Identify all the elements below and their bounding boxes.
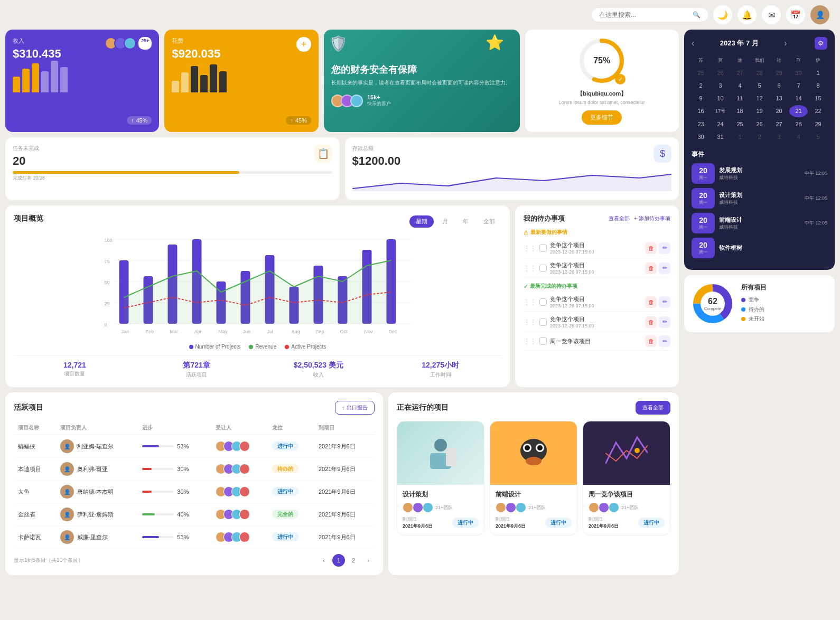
todo-delete-3[interactable]: 🗑 bbox=[645, 296, 657, 308]
mail-icon[interactable]: ✉ bbox=[762, 5, 781, 24]
cal-day-29[interactable]: 29 bbox=[809, 118, 827, 130]
tab-year[interactable]: 年 bbox=[456, 215, 475, 228]
cal-day-30[interactable]: 30 bbox=[692, 131, 710, 143]
prev-page-button[interactable]: ‹ bbox=[318, 554, 330, 567]
todo-action-btns-2: 🗑 ✏ bbox=[645, 262, 670, 274]
tab-all[interactable]: 全部 bbox=[477, 215, 501, 228]
chart-panel-header: 项目概览 星期 月 年 全部 bbox=[14, 214, 501, 229]
cal-day-10[interactable]: 10 bbox=[711, 92, 730, 104]
cal-day-27-prev[interactable]: 27 bbox=[731, 67, 749, 79]
cal-day-31[interactable]: 31 bbox=[711, 131, 730, 143]
cal-day-4-next[interactable]: 4 bbox=[789, 131, 808, 143]
cal-day-20[interactable]: 20 bbox=[770, 105, 788, 117]
cal-day-16[interactable]: 16 bbox=[692, 105, 710, 117]
cal-day-30-prev[interactable]: 30 bbox=[789, 67, 808, 79]
calendar-prev-button[interactable]: ‹ bbox=[692, 39, 694, 48]
col-owner[interactable]: 项目负责人 bbox=[56, 421, 138, 435]
todo-date-3: 2023-12-26 07:15:00 bbox=[550, 303, 642, 308]
event-day-num: 20 bbox=[696, 166, 711, 175]
cal-day-3[interactable]: 3 bbox=[711, 80, 730, 91]
todo-check-5[interactable] bbox=[539, 337, 547, 345]
cal-day-2-next[interactable]: 2 bbox=[750, 131, 769, 143]
cal-day-24[interactable]: 24 bbox=[711, 118, 730, 130]
progress-pct: 40% bbox=[177, 511, 189, 518]
cal-day-28-prev[interactable]: 28 bbox=[750, 67, 769, 79]
cal-day-2[interactable]: 2 bbox=[692, 80, 710, 91]
cal-day-8[interactable]: 8 bbox=[809, 80, 827, 91]
todo-check-1[interactable] bbox=[539, 245, 547, 252]
todo-delete-1[interactable]: 🗑 bbox=[645, 242, 657, 254]
todo-check-4[interactable] bbox=[539, 318, 547, 326]
cal-day-6[interactable]: 6 bbox=[770, 80, 788, 91]
cal-day-26[interactable]: 26 bbox=[750, 118, 769, 130]
todo-delete-4[interactable]: 🗑 bbox=[645, 316, 657, 328]
cal-day-25-prev[interactable]: 25 bbox=[692, 67, 710, 79]
moon-icon[interactable]: 🌙 bbox=[713, 5, 732, 24]
col-assignee[interactable]: 受让人 bbox=[211, 421, 268, 435]
cal-day-12[interactable]: 12 bbox=[750, 92, 769, 104]
next-page-button[interactable]: › bbox=[362, 554, 375, 567]
cal-day-22[interactable]: 22 bbox=[809, 105, 827, 117]
todo-check-2[interactable] bbox=[539, 265, 547, 272]
todo-edit-3[interactable]: ✏ bbox=[659, 296, 670, 308]
cal-day-5-next[interactable]: 5 bbox=[809, 131, 827, 143]
calendar-settings-icon[interactable]: ⚙ bbox=[815, 37, 827, 50]
page-2-button[interactable]: 2 bbox=[347, 554, 360, 567]
tab-week[interactable]: 星期 bbox=[409, 215, 434, 228]
cal-day-3-next[interactable]: 3 bbox=[770, 131, 788, 143]
progress-fill bbox=[142, 491, 152, 493]
cal-day-21-today[interactable]: 21 bbox=[789, 105, 808, 117]
todo-edit-4[interactable]: ✏ bbox=[659, 316, 670, 328]
add-expense-button[interactable]: + bbox=[296, 37, 311, 52]
svg-marker-25 bbox=[124, 260, 391, 324]
cal-day-14[interactable]: 14 bbox=[789, 92, 808, 104]
cal-day-13[interactable]: 13 bbox=[770, 92, 788, 104]
cal-day-26-prev[interactable]: 26 bbox=[711, 67, 730, 79]
page-1-button[interactable]: 1 bbox=[332, 554, 345, 567]
cal-day-19[interactable]: 19 bbox=[750, 105, 769, 117]
todo-edit-1[interactable]: ✏ bbox=[659, 242, 670, 254]
bell-icon[interactable]: 🔔 bbox=[738, 5, 757, 24]
cal-day-4[interactable]: 4 bbox=[731, 80, 749, 91]
view-all-running-button[interactable]: 查看全部 bbox=[636, 401, 670, 415]
calendar-icon[interactable]: 📅 bbox=[786, 5, 805, 24]
cal-day-11[interactable]: 11 bbox=[731, 92, 749, 104]
col-position[interactable]: 龙位 bbox=[268, 421, 314, 435]
search-input[interactable] bbox=[599, 11, 688, 18]
cal-day-15[interactable]: 15 bbox=[809, 92, 827, 104]
todo-delete-2[interactable]: 🗑 bbox=[645, 262, 657, 274]
more-details-button[interactable]: 更多细节 bbox=[582, 110, 622, 125]
col-due[interactable]: 到期日 bbox=[314, 421, 375, 435]
todo-add-link[interactable]: + 添加待办事项 bbox=[634, 215, 670, 222]
user-avatar[interactable]: 👤 bbox=[810, 5, 829, 24]
task-value: 20 bbox=[13, 154, 332, 168]
calendar-next-button[interactable]: › bbox=[784, 39, 787, 48]
export-report-button[interactable]: ↑ 出口报告 bbox=[335, 401, 375, 415]
cal-day-5[interactable]: 5 bbox=[750, 80, 769, 91]
cal-day-27[interactable]: 27 bbox=[770, 118, 788, 130]
cal-day-29-prev[interactable]: 29 bbox=[770, 67, 788, 79]
proj-card-img bbox=[397, 421, 484, 485]
col-progress[interactable]: 进步 bbox=[138, 421, 211, 435]
todo-edit-2[interactable]: ✏ bbox=[659, 262, 670, 274]
bar-4 bbox=[41, 71, 49, 92]
svg-text:Aug: Aug bbox=[292, 329, 300, 334]
cal-day-17[interactable]: 17号 bbox=[711, 105, 730, 117]
search-box[interactable]: 🔍 bbox=[592, 8, 708, 22]
todo-view-all-link[interactable]: 查看全部 bbox=[609, 215, 630, 222]
active-projects-title: 活跃项目 bbox=[14, 403, 43, 412]
cal-day-28[interactable]: 28 bbox=[789, 118, 808, 130]
cal-day-18[interactable]: 18 bbox=[731, 105, 749, 117]
todo-header-actions: 查看全部 + 添加待办事项 bbox=[609, 215, 670, 222]
cal-day-1[interactable]: 1 bbox=[809, 67, 827, 79]
cal-day-7[interactable]: 7 bbox=[789, 80, 808, 91]
todo-check-3[interactable] bbox=[539, 298, 547, 306]
cal-day-23[interactable]: 23 bbox=[692, 118, 710, 130]
cal-day-1-next[interactable]: 1 bbox=[731, 131, 749, 143]
tab-month[interactable]: 月 bbox=[436, 215, 454, 228]
todo-delete-5[interactable]: 🗑 bbox=[645, 335, 657, 347]
cal-day-25[interactable]: 25 bbox=[731, 118, 749, 130]
cal-day-9[interactable]: 9 bbox=[692, 92, 710, 104]
col-name[interactable]: 项目名称 bbox=[14, 421, 56, 435]
todo-edit-5[interactable]: ✏ bbox=[659, 335, 670, 347]
